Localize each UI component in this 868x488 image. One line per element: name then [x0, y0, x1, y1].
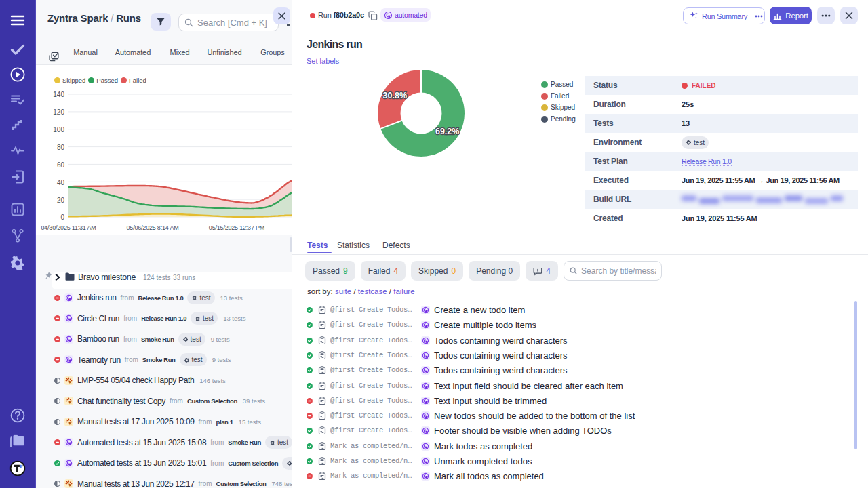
- svg-text:30.8%: 30.8%: [383, 91, 407, 100]
- svg-text:69.2%: 69.2%: [435, 127, 459, 136]
